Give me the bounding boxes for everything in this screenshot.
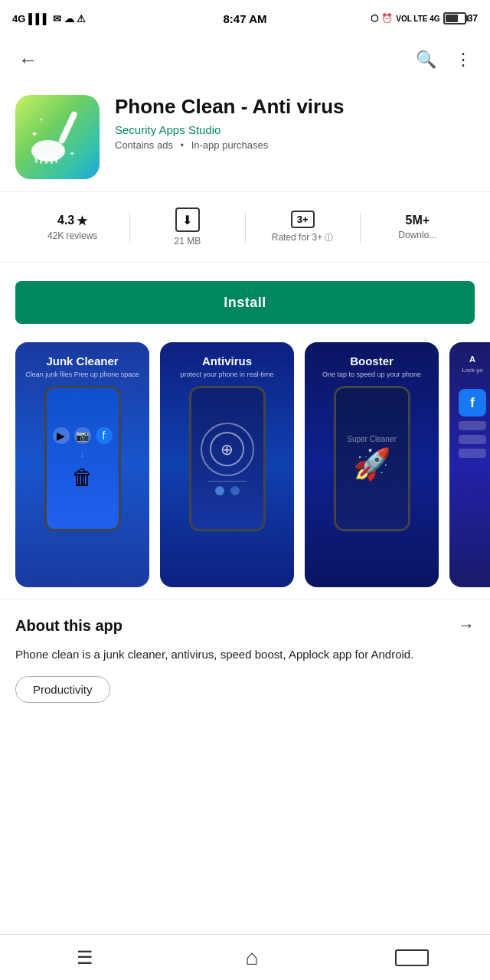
app-icon: ✦ ✦ ✦ <box>15 95 100 179</box>
battery-indicator: 37 <box>443 12 478 24</box>
svg-text:✦: ✦ <box>31 129 38 139</box>
status-bar: 4G ▌▌▌ ✉ ☁ ⚠ 8:47 AM ⬡ ⏰ VOL LTE 4G 37 <box>0 0 490 37</box>
separator: • <box>181 139 185 151</box>
signal-icon: 4G <box>12 13 25 24</box>
floating-app-icons: ▶ 📷 f <box>53 427 113 444</box>
radar-circle: ⊕ <box>201 423 254 476</box>
size-label: 21 MB <box>175 236 201 247</box>
screenshot-subtitle-2: protect your phone in real-time <box>180 371 273 378</box>
youtube-icon: ▶ <box>53 427 70 444</box>
svg-text:✦: ✦ <box>69 149 75 158</box>
svg-rect-5 <box>51 155 53 164</box>
bluetooth-icon: ⬡ <box>371 13 378 24</box>
bottom-nav: ☰ ⌂ <box>0 934 490 980</box>
screenshot-title-3: Booster <box>350 354 394 368</box>
back-button[interactable]: ← <box>12 42 44 78</box>
phone-mockup-3: Super Cleaner 🚀 <box>334 386 410 531</box>
nav-bar: ← 🔍 ⋮ <box>0 37 490 83</box>
svg-text:✦: ✦ <box>38 116 44 123</box>
more-options-icon[interactable]: ⋮ <box>449 44 478 76</box>
app-developer[interactable]: Security Apps Studio <box>115 123 475 136</box>
crosshair-icon: ⊕ <box>220 440 234 459</box>
status-time: 8:47 AM <box>224 12 267 25</box>
facebook-icon: f <box>96 427 113 444</box>
app-purchases-label: In-app purchases <box>191 139 268 151</box>
app-header: ✦ ✦ ✦ Phone Clean - Anti virus Security … <box>0 83 490 191</box>
install-button[interactable]: Install <box>15 281 475 324</box>
screenshot-title-4: A <box>469 354 475 364</box>
radar-inner: ⊕ <box>210 432 244 466</box>
about-arrow-icon[interactable]: → <box>458 616 475 635</box>
screenshot-subtitle-1: Clean junk files Free up phone space <box>25 371 139 378</box>
phone-mockup-2: ⊕ <box>189 386 266 531</box>
star-icon: ★ <box>77 214 87 228</box>
status-left: 4G ▌▌▌ ✉ ☁ ⚠ <box>12 13 86 24</box>
screenshot-applock[interactable]: A Lock yo f <box>449 342 490 587</box>
menu-icon[interactable]: ☰ <box>61 941 109 975</box>
notification-icons: ✉ ☁ ⚠ <box>53 13 86 24</box>
screenshots-section: Junk Cleaner Clean junk files Free up ph… <box>0 336 490 599</box>
nav-actions: 🔍 ⋮ <box>410 44 478 76</box>
screenshot-subtitle-4: Lock yo <box>462 367 483 374</box>
search-icon[interactable]: 🔍 <box>410 44 443 76</box>
screenshot-junk-cleaner[interactable]: Junk Cleaner Clean junk files Free up ph… <box>15 342 149 587</box>
size-stat: ⬇ 21 MB <box>130 201 244 253</box>
rating-stat[interactable]: 4.3 ★ 42K reviews <box>15 207 129 247</box>
downloads-label: Downlo... <box>398 230 436 240</box>
about-header: About this app → <box>15 616 475 635</box>
age-stat[interactable]: 3+ Rated for 3+ ⓘ <box>246 204 360 250</box>
reviews-label: 42K reviews <box>47 230 97 241</box>
about-section: About this app → Phone clean is a junk c… <box>0 599 490 712</box>
screenshots-row: Junk Cleaner Clean junk files Free up ph… <box>15 342 490 587</box>
signal-bars: ▌▌▌ <box>28 13 50 24</box>
age-rating-box: 3+ <box>291 211 315 228</box>
battery-level: 37 <box>468 13 478 24</box>
age-label: Rated for 3+ ⓘ <box>272 232 334 243</box>
lte-icon: VOL LTE 4G <box>396 15 439 23</box>
about-description: Phone clean is a junk cleaner, antivirus… <box>15 646 475 664</box>
back-nav-icon[interactable] <box>395 949 429 966</box>
download-box-icon: ⬇ <box>175 207 200 232</box>
svg-rect-4 <box>45 155 47 164</box>
alarm-icon: ⏰ <box>381 13 393 24</box>
app-info: Phone Clean - Anti virus Security Apps S… <box>115 95 475 151</box>
screenshot-booster[interactable]: Booster One tap to speed up your phone S… <box>305 342 439 587</box>
app-meta: Contains ads • In-app purchases <box>115 139 475 151</box>
screenshot-title-1: Junk Cleaner <box>46 354 118 368</box>
downloads-value: 5M+ <box>406 214 430 227</box>
screenshot-title-2: Antivirus <box>202 354 252 368</box>
install-section: Install <box>0 269 490 336</box>
rocket-icon: 🚀 <box>353 446 391 482</box>
app-title: Phone Clean - Anti virus <box>115 95 475 119</box>
rating-value: 4.3 ★ <box>57 214 87 228</box>
downloads-stat: 5M+ Downlo... <box>361 207 475 247</box>
info-icon: ⓘ <box>325 233 333 242</box>
status-right: ⬡ ⏰ VOL LTE 4G 37 <box>371 12 478 24</box>
stats-row: 4.3 ★ 42K reviews ⬇ 21 MB 3+ Rated for 3… <box>0 191 490 263</box>
home-icon[interactable]: ⌂ <box>230 939 274 976</box>
svg-rect-0 <box>58 110 78 144</box>
instagram-icon: 📷 <box>74 427 91 444</box>
category-tag[interactable]: Productivity <box>15 676 110 703</box>
about-title: About this app <box>15 617 122 635</box>
svg-rect-3 <box>40 155 42 164</box>
phone-mockup-1: ▶ 📷 f ↓ 🗑 <box>44 386 121 531</box>
screenshot-subtitle-3: One tap to speed up your phone <box>322 371 421 378</box>
trash-icon: 🗑 <box>72 465 93 490</box>
screenshot-antivirus[interactable]: Antivirus protect your phone in real-tim… <box>160 342 294 587</box>
app-ads-label: Contains ads <box>115 139 173 151</box>
